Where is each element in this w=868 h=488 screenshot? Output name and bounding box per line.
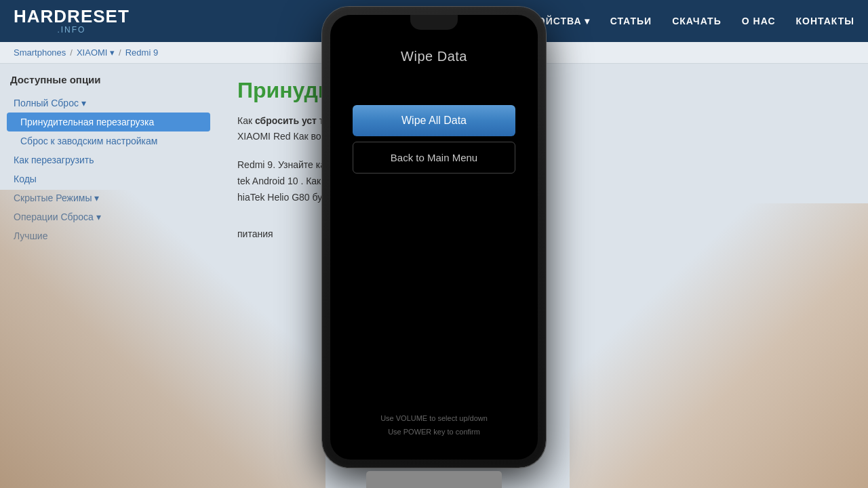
sidebar-item-codes[interactable]: Коды xyxy=(7,169,210,188)
sidebar-title: Доступные опции xyxy=(7,74,210,85)
nav-contacts[interactable]: КОНТАКТЫ xyxy=(796,16,854,26)
phone-body: Wipe Data Wipe All Data Back to Main Men… xyxy=(322,7,546,468)
phone-notch xyxy=(410,15,458,30)
dropdown-arrow-icon: ▾ xyxy=(585,16,590,26)
screen-footer-power: Use POWER key to confirm xyxy=(330,426,538,439)
dropdown-arrow-icon: ▾ xyxy=(81,98,86,108)
phone-stand xyxy=(366,471,502,488)
sidebar-item-force-reboot[interactable]: Принудительная перезагрузка xyxy=(7,113,210,131)
logo-sub: .INFO xyxy=(14,25,130,35)
wipe-all-data-button[interactable]: Wipe All Data xyxy=(353,105,515,136)
screen-footer: Use VOLUME to select up/down Use POWER k… xyxy=(330,412,538,439)
breadcrumb-sep-2: / xyxy=(119,47,121,58)
paragraph-line1: Как сбросить уст xyxy=(237,115,317,126)
breadcrumb-redmi9[interactable]: Redmi 9 xyxy=(125,47,158,58)
screen-title: Wipe Data xyxy=(401,49,467,64)
sidebar-item-full-reset[interactable]: Полный Сброс ▾ xyxy=(7,94,210,113)
logo[interactable]: HARDRESET .INFO xyxy=(14,7,130,35)
paragraph-line2: XIAOMI Red xyxy=(237,131,291,142)
breadcrumb-xiaomi[interactable]: XIAOMI ▾ xyxy=(77,47,115,58)
breadcrumb-smartphones[interactable]: Smartphones xyxy=(14,47,66,58)
nav-links: УСТРОЙСТВА ▾ СТАТЬИ СКАЧАТЬ О НАС КОНТАК… xyxy=(511,16,854,26)
sidebar-item-how-reboot[interactable]: Как перезагрузить xyxy=(7,150,210,169)
logo-text: HARDRESET xyxy=(14,7,130,25)
nav-about[interactable]: О НАС xyxy=(742,16,776,26)
nav-download[interactable]: СКАЧАТЬ xyxy=(672,16,722,26)
sidebar-item-factory-reset[interactable]: Сброс к заводским настройкам xyxy=(7,131,210,150)
screen-footer-volume: Use VOLUME to select up/down xyxy=(330,412,538,426)
screen-content: Wipe Data Wipe All Data Back to Main Men… xyxy=(330,15,538,460)
back-to-main-menu-button[interactable]: Back to Main Menu xyxy=(353,142,515,174)
nav-articles[interactable]: СТАТЬИ xyxy=(610,16,652,26)
phone-screen: Wipe Data Wipe All Data Back to Main Men… xyxy=(330,15,538,460)
phone-device: Wipe Data Wipe All Data Back to Main Men… xyxy=(322,7,546,481)
dropdown-arrow-icon: ▾ xyxy=(110,47,115,58)
breadcrumb-sep-1: / xyxy=(70,47,73,58)
